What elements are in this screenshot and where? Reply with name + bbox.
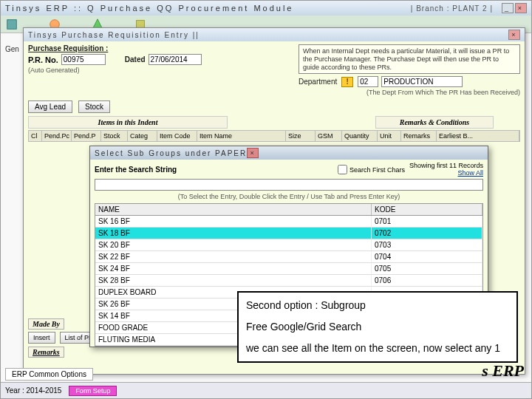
- subgroup-kode: 0706: [372, 275, 482, 286]
- col-stock: Stock: [101, 131, 128, 141]
- branch-label: | Branch : PLANT 2 |: [411, 4, 493, 13]
- dialog-hint: (To Select the Entry, Double Click the E…: [95, 193, 483, 200]
- avg-lead-button[interactable]: Avg Lead: [28, 100, 72, 113]
- subgroup-row[interactable]: SK 22 BF0704: [95, 251, 482, 263]
- year-label: Year : 2014-2015: [5, 386, 61, 395]
- subgroup-row[interactable]: SK 18 BF0702: [95, 228, 482, 239]
- subgroup-kode: 0703: [372, 239, 482, 250]
- minimize-button[interactable]: _: [502, 3, 514, 13]
- items-grid-header: Cl Pend.Pc Pend.P Stock Categ Item Code …: [28, 130, 520, 142]
- col-pendpc: Pend.Pc: [42, 131, 72, 141]
- dept-code-input[interactable]: [358, 76, 378, 87]
- app-title: Tinsys ERP :: Q Purchase QQ Procurement …: [5, 4, 293, 13]
- dept-label: Department: [299, 78, 337, 86]
- subgroup-row[interactable]: SK 28 BF0706: [95, 275, 482, 287]
- dated-label: Dated: [125, 55, 146, 64]
- requisition-close-button[interactable]: ×: [508, 30, 520, 40]
- remarks-section-header: Remarks & Conditions: [375, 116, 494, 129]
- subgroup-row[interactable]: SK 24 BF0705: [95, 263, 482, 275]
- subgroup-name: SK 18 BF: [95, 228, 372, 239]
- col-itemname: Item Name: [197, 131, 286, 141]
- search-label: Enter the Search String: [95, 166, 177, 174]
- col-gsm: GSM: [316, 131, 342, 141]
- dept-hint: (The Dept From Which The PR Has been Rec…: [299, 89, 520, 96]
- subgroup-row[interactable]: SK 20 BF0703: [95, 239, 482, 251]
- insert-button[interactable]: Insert: [28, 332, 55, 344]
- dialog-close-button[interactable]: ×: [247, 148, 259, 158]
- subgroup-name: SK 20 BF: [95, 239, 372, 250]
- col-qty: Quantity: [342, 131, 378, 141]
- dialog-title: Select Sub Groups under PAPER: [95, 149, 247, 157]
- items-section-header: Items in this Indent: [28, 116, 228, 129]
- subgroup-name: SK 24 BF: [95, 263, 372, 274]
- requisition-titlebar: Tinsys Purchase Requisition Entry || ×: [24, 28, 525, 41]
- erp-brand: s ERP: [482, 361, 524, 381]
- show-all-link[interactable]: Show All: [457, 169, 483, 177]
- section-label: Purchase Requisition :: [28, 44, 108, 52]
- grid-col-kode: KODE: [372, 204, 482, 215]
- prno-input[interactable]: [61, 54, 106, 65]
- gen-label: Gen: [5, 45, 19, 53]
- subgroup-kode: 0701: [372, 216, 482, 227]
- erp-common-options[interactable]: ERP Common Options: [5, 368, 93, 381]
- autogen-label: (Auto Generated): [28, 66, 80, 74]
- search-input[interactable]: [95, 179, 483, 191]
- subgroup-row[interactable]: SK 16 BF0701: [95, 216, 482, 228]
- subgroup-name: SK 28 BF: [95, 275, 372, 286]
- madeby-header: Made By: [28, 318, 64, 330]
- col-unit: Unit: [378, 131, 401, 141]
- search-first-chars-input[interactable]: [338, 165, 347, 174]
- annotation-callout: Second option : Subgroup Free Google/Gri…: [237, 291, 518, 363]
- remarks-header: Remarks: [28, 347, 64, 358]
- toolbar-icon[interactable]: [5, 18, 18, 31]
- form-setup-button[interactable]: Form Setup: [69, 386, 117, 396]
- search-first-chars-checkbox[interactable]: Search First Chars: [338, 165, 405, 174]
- warning-icon: !: [341, 77, 353, 87]
- requisition-title: Tinsys Purchase Requisition Entry ||: [28, 31, 200, 39]
- app-window: Tinsys ERP :: Q Purchase QQ Procurement …: [0, 0, 532, 399]
- callout-line3: we can see all the Item on the screen, n…: [246, 341, 509, 355]
- subgroup-kode: 0705: [372, 263, 482, 274]
- dated-input[interactable]: [149, 54, 202, 65]
- subgroup-name: SK 22 BF: [95, 251, 372, 262]
- col-earliest: Earliest B...: [437, 131, 519, 141]
- col-size: Size: [286, 131, 316, 141]
- prno-label: P.R. No.: [28, 55, 58, 64]
- col-cl: Cl: [29, 131, 42, 141]
- app-titlebar: Tinsys ERP :: Q Purchase QQ Procurement …: [1, 1, 531, 16]
- search-first-chars-label: Search First Chars: [349, 166, 405, 174]
- subgroup-kode: 0704: [372, 251, 482, 262]
- dialog-titlebar: Select Sub Groups under PAPER ×: [90, 146, 488, 160]
- info-box: When an Internal Dept needs a particular…: [299, 44, 520, 74]
- svg-rect-0: [7, 19, 17, 29]
- col-itemcode: Item Code: [157, 131, 197, 141]
- col-pendp: Pend.P: [72, 131, 101, 141]
- col-categ: Categ: [128, 131, 157, 141]
- grid-col-name: NAME: [95, 204, 372, 215]
- callout-line2: Free Google/Grid Search: [246, 320, 509, 334]
- stock-button[interactable]: Stock: [78, 100, 110, 113]
- close-button[interactable]: ×: [515, 3, 527, 13]
- subgroup-kode: 0702: [372, 228, 482, 239]
- dept-name-input[interactable]: [381, 76, 463, 87]
- callout-line1: Second option : Subgroup: [246, 299, 509, 313]
- statusbar: Year : 2014-2015 Form Setup: [1, 382, 531, 398]
- subgroup-name: SK 16 BF: [95, 216, 372, 227]
- col-remarks: Remarks: [401, 131, 437, 141]
